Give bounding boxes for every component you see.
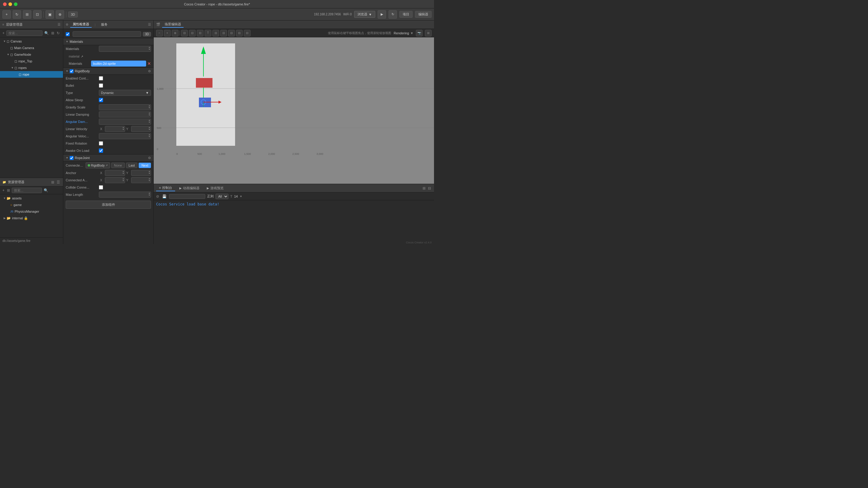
lv-x-up[interactable]: ▲: [122, 126, 124, 128]
rigidbody-enabled-checkbox[interactable]: [70, 69, 73, 73]
tree-item-gamenode[interactable]: ▼ ◻ GameNode: [0, 51, 63, 58]
ad-down-icon[interactable]: ▼: [148, 121, 150, 123]
project-button[interactable]: 项目: [399, 11, 412, 18]
ay-up[interactable]: ▲: [148, 170, 150, 172]
grid-btn-8[interactable]: ⊟: [244, 30, 250, 36]
materials-count-input[interactable]: 1: [99, 46, 151, 52]
hierarchy-menu-icon[interactable]: ☰: [58, 23, 61, 27]
assets-item-physics-manager[interactable]: JS PhysicsManager: [0, 208, 63, 215]
grid-btn-1[interactable]: ⊟: [181, 30, 188, 36]
assets-copy-icon[interactable]: ⊞: [51, 180, 55, 185]
ml-up-icon[interactable]: ▲: [148, 192, 150, 194]
refresh-hierarchy-icon[interactable]: ↻: [56, 30, 60, 36]
editor-button[interactable]: 编辑器: [415, 11, 432, 18]
preview-tab[interactable]: ▶ 游戏预览: [204, 185, 227, 191]
minimize-button[interactable]: [8, 2, 12, 6]
snap-btn[interactable]: ⊟: [197, 30, 204, 36]
zoom-in-button[interactable]: +: [164, 30, 170, 36]
grid-btn-5[interactable]: ⊟: [220, 30, 227, 36]
lv-y-down[interactable]: ▼: [148, 128, 150, 130]
camera-icon-btn[interactable]: 📷: [416, 30, 423, 36]
expand-button[interactable]: ⊞: [23, 10, 31, 19]
tree-item-rope-top[interactable]: ◻ rope_Top: [0, 58, 63, 64]
ad-up-icon[interactable]: ▲: [148, 119, 150, 121]
save-console-icon[interactable]: 💾: [161, 194, 167, 199]
console-filter-input[interactable]: [169, 194, 205, 199]
fit-view-button[interactable]: ⊕: [172, 30, 179, 36]
node-name-input[interactable]: rope: [73, 31, 141, 37]
rigidbody-gear-icon[interactable]: ⚙: [148, 69, 151, 73]
grid-btn-2[interactable]: ⊟: [189, 30, 195, 36]
expand-scene-btn[interactable]: ⊞: [425, 30, 432, 36]
rigidbody-ref-display[interactable]: RigidBody ↗: [86, 162, 110, 168]
console-all-select[interactable]: All: [216, 194, 228, 199]
rect-button[interactable]: ▣: [45, 10, 54, 19]
materials-section-header[interactable]: ▼ Materials: [63, 38, 153, 45]
animation-tab[interactable]: ▶ 动画编辑器: [176, 185, 203, 191]
connected-a-x-input[interactable]: 0: [105, 177, 125, 183]
hierarchy-search-input[interactable]: [6, 30, 42, 36]
anchor-y-input[interactable]: 0: [131, 170, 151, 176]
font-size-dropdown[interactable]: ▼: [240, 195, 242, 198]
lv-y-up[interactable]: ▲: [148, 126, 150, 128]
close-button[interactable]: [3, 2, 7, 6]
grid-btn-3[interactable]: T: [205, 30, 211, 36]
rigidbody-section-header[interactable]: ▼ RigidBody ⚙: [63, 67, 153, 75]
add-hierarchy-button[interactable]: +: [2, 30, 5, 36]
gravity-scale-input[interactable]: 1: [99, 104, 151, 110]
scene-viewport[interactable]: 1,000 500 0 0 500 1,000 1,500 2,000 2,50…: [154, 37, 434, 184]
ay-down[interactable]: ▼: [148, 172, 150, 174]
tree-item-rope[interactable]: ◻ rope: [0, 71, 63, 78]
assets-menu-icon[interactable]: ☰: [56, 180, 61, 185]
allow-sleep-checkbox[interactable]: [99, 98, 103, 102]
rendering-dropdown-icon[interactable]: ▼: [410, 31, 413, 35]
angular-veloc-input[interactable]: 0: [99, 133, 151, 139]
maximize-button[interactable]: [14, 2, 18, 6]
tree-item-main-camera[interactable]: ◻ Main Camera: [0, 44, 63, 51]
awake-on-load-checkbox[interactable]: [99, 149, 103, 153]
clear-console-icon[interactable]: ⊘: [156, 194, 160, 199]
material-delete-icon[interactable]: ✕: [147, 61, 151, 66]
search-asset-icon[interactable]: 🔍: [43, 188, 49, 193]
grid-btn-4[interactable]: ⊟: [213, 30, 219, 36]
linear-vel-x-input[interactable]: 0: [105, 126, 125, 132]
btn-last-button[interactable]: Last: [126, 163, 138, 168]
ropejoint-enabled-checkbox[interactable]: [70, 156, 73, 160]
screenshot-button[interactable]: ⊡: [33, 10, 41, 19]
move-button[interactable]: ⊕: [56, 10, 64, 19]
tree-item-ropes[interactable]: ▼ ◻ ropes: [0, 64, 63, 71]
linear-vel-y-input[interactable]: 0: [131, 126, 151, 132]
btn-none-button[interactable]: None: [111, 163, 124, 168]
gravity-up-icon[interactable]: ▲: [148, 104, 150, 107]
material-value-display[interactable]: builtin-2d-sprite: [91, 61, 146, 67]
collide-conn-checkbox[interactable]: [99, 185, 103, 190]
play-button[interactable]: ▶: [378, 10, 386, 19]
materials-spinner-down[interactable]: ▼: [148, 48, 150, 50]
fixed-rotation-checkbox[interactable]: [99, 141, 103, 145]
sort-icon[interactable]: ⊞: [51, 30, 55, 36]
assets-item-assets-folder[interactable]: ▼ 📂 assets: [0, 195, 63, 201]
add-node-button[interactable]: +: [2, 10, 11, 19]
sort-asset-icon[interactable]: ⊞: [6, 188, 10, 193]
console-tab[interactable]: ≡ 控制台: [156, 185, 175, 191]
ax-up[interactable]: ▲: [122, 170, 124, 172]
ropejoint-section-header[interactable]: ▼ RopeJoint ⚙: [63, 154, 153, 161]
gravity-down-icon[interactable]: ▼: [148, 107, 150, 109]
tree-item-canvas[interactable]: ▼ ◻ Canvas: [0, 38, 63, 44]
3d-toggle[interactable]: 3D: [68, 11, 78, 18]
ld-up-icon[interactable]: ▲: [148, 112, 150, 114]
grid-btn-6[interactable]: ⊟: [228, 30, 235, 36]
search-icon[interactable]: 🔍: [44, 30, 50, 36]
ca-x-down[interactable]: ▼: [122, 180, 124, 182]
grid-btn-7[interactable]: ⊟: [236, 30, 243, 36]
enabled-cont-checkbox[interactable]: [99, 76, 103, 80]
add-component-button[interactable]: 添加组件: [66, 201, 151, 209]
av-down-icon[interactable]: ▼: [148, 135, 150, 138]
linear-damping-input[interactable]: 0: [99, 111, 151, 118]
refresh-button[interactable]: ↻: [13, 10, 21, 19]
lv-x-down[interactable]: ▼: [122, 128, 124, 130]
bullet-checkbox[interactable]: [99, 84, 103, 88]
anchor-x-input[interactable]: 0: [105, 170, 125, 176]
assets-item-internal[interactable]: ▶ 📂 internal 🔒: [0, 215, 63, 221]
assets-search-input[interactable]: [12, 188, 42, 193]
